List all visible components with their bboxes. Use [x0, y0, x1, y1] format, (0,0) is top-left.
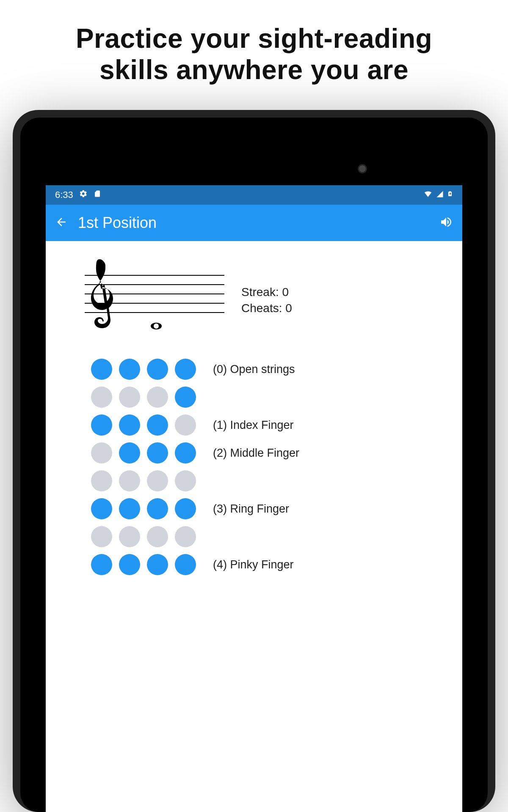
cheats-value: 0 — [285, 302, 292, 315]
fret-dot[interactable] — [119, 442, 140, 464]
promo-line-2: skills anywhere you are — [0, 55, 508, 86]
fret-dot[interactable] — [119, 554, 140, 575]
fret-row — [91, 387, 453, 408]
fret-dot[interactable] — [119, 414, 140, 436]
fret-row-label: (0) Open strings — [213, 363, 295, 376]
fret-dot[interactable] — [147, 387, 168, 408]
fretboard-grid: (0) Open strings(1) Index Finger(2) Midd… — [91, 359, 453, 575]
fret-dot[interactable] — [175, 498, 196, 519]
gear-icon — [79, 189, 88, 200]
fret-dot[interactable] — [175, 526, 196, 547]
wifi-icon — [423, 189, 433, 200]
status-time: 6:33 — [55, 189, 73, 200]
fret-row: (1) Index Finger — [91, 414, 453, 436]
fret-dot[interactable] — [91, 414, 112, 436]
cheats-label: Cheats: — [241, 302, 282, 315]
whole-note-icon — [150, 314, 162, 334]
tablet-screen: 6:33 — [46, 185, 462, 812]
tablet-bezel: 6:33 — [20, 118, 488, 812]
fret-dot[interactable] — [91, 387, 112, 408]
fret-dot[interactable] — [119, 359, 140, 380]
sd-card-icon — [94, 189, 101, 200]
fret-row — [91, 470, 453, 491]
tablet-camera — [358, 164, 367, 173]
fret-dot[interactable] — [175, 387, 196, 408]
status-bar: 6:33 — [46, 185, 462, 205]
fret-dot[interactable] — [119, 387, 140, 408]
fret-dot[interactable] — [147, 442, 168, 464]
fret-dot[interactable] — [119, 498, 140, 519]
fret-row: (4) Pinky Finger — [91, 554, 453, 575]
fret-dot[interactable] — [119, 470, 140, 491]
promo-headline: Practice your sight-reading skills anywh… — [0, 0, 508, 85]
fret-dot[interactable] — [91, 470, 112, 491]
fret-row: (3) Ring Finger — [91, 498, 453, 519]
fret-dot[interactable] — [175, 442, 196, 464]
fret-dot[interactable] — [91, 526, 112, 547]
fret-dot[interactable] — [91, 498, 112, 519]
main-content: Streak: 0 Cheats: 0 (0) Open strings(1) … — [46, 241, 462, 575]
fret-dot[interactable] — [175, 359, 196, 380]
fret-dot[interactable] — [147, 498, 168, 519]
streak-label: Streak: — [241, 285, 279, 299]
stats-block: Streak: 0 Cheats: 0 — [241, 284, 292, 316]
score-row: Streak: 0 Cheats: 0 — [85, 271, 453, 330]
fret-row: (0) Open strings — [91, 359, 453, 380]
sound-button[interactable] — [439, 215, 453, 230]
fret-row-label: (2) Middle Finger — [213, 447, 299, 460]
fret-dot[interactable] — [147, 414, 168, 436]
fret-dot[interactable] — [147, 526, 168, 547]
treble-clef-icon — [88, 259, 114, 345]
fret-dot[interactable] — [147, 470, 168, 491]
back-button[interactable] — [55, 216, 68, 230]
fret-dot[interactable] — [147, 554, 168, 575]
fret-dot[interactable] — [147, 359, 168, 380]
fret-dot[interactable] — [175, 414, 196, 436]
streak-value: 0 — [282, 285, 289, 299]
page-title: 1st Position — [78, 214, 429, 232]
tablet-frame: 6:33 — [13, 110, 495, 812]
battery-charging-icon — [447, 189, 453, 201]
fret-row — [91, 526, 453, 547]
fret-dot[interactable] — [175, 554, 196, 575]
signal-icon — [436, 189, 444, 200]
fret-dot[interactable] — [91, 359, 112, 380]
fret-row-label: (1) Index Finger — [213, 419, 294, 432]
promo-line-1: Practice your sight-reading — [0, 23, 508, 55]
fret-dot[interactable] — [175, 470, 196, 491]
fret-dot[interactable] — [91, 554, 112, 575]
music-staff — [85, 271, 224, 330]
app-bar: 1st Position — [46, 205, 462, 241]
fret-dot[interactable] — [119, 526, 140, 547]
fret-row: (2) Middle Finger — [91, 442, 453, 464]
fret-dot[interactable] — [91, 442, 112, 464]
fret-row-label: (3) Ring Finger — [213, 502, 289, 516]
fret-row-label: (4) Pinky Finger — [213, 558, 294, 571]
